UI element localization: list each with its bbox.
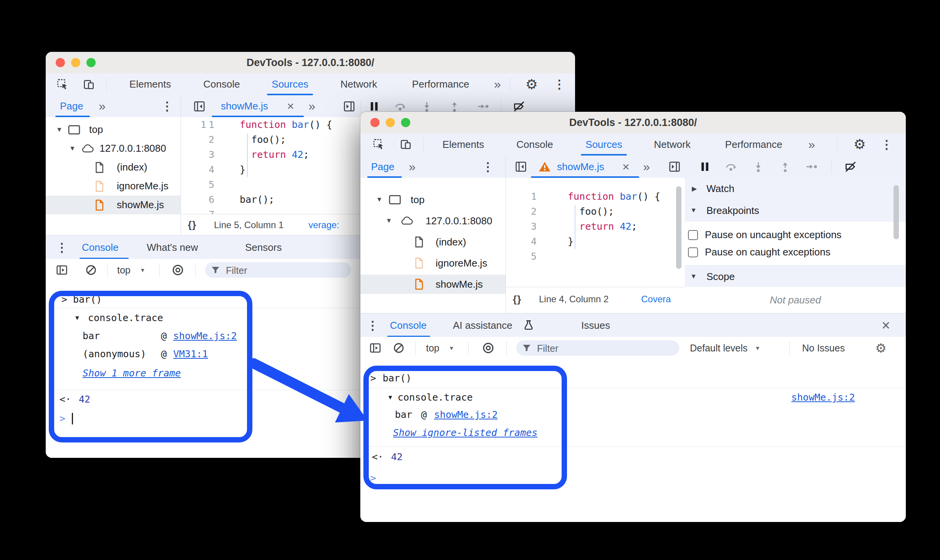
- live-expression-eye-icon[interactable]: [170, 259, 186, 281]
- kebab-menu-icon[interactable]: ⋮: [56, 235, 68, 259]
- live-expression-eye-icon[interactable]: [480, 337, 496, 359]
- clear-console-icon[interactable]: [84, 259, 98, 281]
- sidebar-tab-page[interactable]: Page: [60, 95, 83, 117]
- close-editor-tab-icon[interactable]: ×: [287, 95, 294, 117]
- close-drawer-icon[interactable]: ×: [882, 313, 890, 337]
- kebab-menu-icon[interactable]: ⋮: [554, 73, 565, 95]
- context-selector[interactable]: top: [117, 259, 131, 281]
- expand-caret-icon[interactable]: ▼: [56, 120, 63, 139]
- device-toolbar-icon[interactable]: [81, 73, 97, 95]
- watch-section-header[interactable]: ▶ Watch: [685, 178, 906, 200]
- close-window-button[interactable]: [56, 58, 65, 67]
- close-window-button[interactable]: [370, 118, 380, 127]
- coverage-link[interactable]: Covera: [641, 287, 671, 311]
- tree-item-top[interactable]: ▼ top: [360, 190, 506, 209]
- tree-item-showme-selected[interactable]: showMe.js: [360, 275, 506, 294]
- coverage-link[interactable]: verage:: [308, 214, 339, 235]
- console-settings-gear-icon[interactable]: ⚙: [875, 337, 887, 359]
- breakpoints-section-header[interactable]: ▼ Breakpoints: [685, 199, 906, 222]
- show-console-sidebar-icon[interactable]: [55, 259, 69, 281]
- kebab-menu-icon[interactable]: ⋮: [161, 95, 173, 117]
- drawer-tab-whats-new[interactable]: What's new: [147, 235, 198, 259]
- pause-uncaught-checkbox[interactable]: [688, 230, 698, 240]
- show-more-frames-link[interactable]: Show 1 more frame: [83, 364, 181, 383]
- kebab-menu-icon[interactable]: ⋮: [367, 313, 379, 337]
- inspect-element-icon[interactable]: [371, 133, 386, 156]
- default-levels-dropdown[interactable]: Default levels: [690, 337, 748, 359]
- device-toolbar-icon[interactable]: [398, 133, 414, 156]
- more-panes-icon[interactable]: »: [409, 156, 416, 178]
- minimize-window-button[interactable]: [71, 58, 80, 67]
- tab-network[interactable]: Network: [340, 73, 377, 95]
- drawer-tab-sensors[interactable]: Sensors: [245, 235, 282, 259]
- tab-console[interactable]: Console: [203, 73, 240, 95]
- stack-frame-link[interactable]: VM31:1: [173, 345, 208, 363]
- drawer-tab-console[interactable]: Console: [390, 313, 426, 337]
- more-panes-icon[interactable]: »: [99, 95, 106, 117]
- close-editor-tab-icon[interactable]: ×: [622, 156, 630, 178]
- editor-scrollbar-thumb[interactable]: [676, 186, 681, 269]
- minimize-window-button[interactable]: [386, 118, 395, 127]
- collapse-left-panel-icon[interactable]: [192, 95, 207, 117]
- tree-item-ignoreme[interactable]: ignoreMe.js: [360, 253, 506, 273]
- show-ignore-listed-link[interactable]: Show ignore-listed frames: [393, 424, 537, 442]
- tab-elements[interactable]: Elements: [129, 73, 171, 95]
- tab-sources[interactable]: Sources: [585, 133, 622, 156]
- tab-performance[interactable]: Performance: [725, 133, 783, 156]
- expand-caret-icon[interactable]: ▼: [376, 190, 383, 209]
- sidebar-scrollbar-thumb[interactable]: [894, 185, 899, 239]
- tree-item-index[interactable]: (index): [360, 232, 506, 252]
- tree-item-index[interactable]: (index): [46, 158, 181, 177]
- filter-input[interactable]: [536, 340, 675, 356]
- pause-script-icon[interactable]: [698, 156, 711, 178]
- drawer-tab-ai-assistance[interactable]: AI assistance: [453, 313, 512, 337]
- step-out-icon[interactable]: [778, 156, 793, 178]
- zoom-window-button[interactable]: [401, 118, 410, 127]
- format-braces-icon[interactable]: { }: [513, 287, 520, 311]
- pause-caught-checkbox[interactable]: [688, 247, 698, 257]
- tree-item-origin[interactable]: ▼ 127.0.0.1:8080: [46, 139, 181, 158]
- stack-frame-link[interactable]: showMe.js:2: [434, 406, 498, 424]
- trace-caret-icon[interactable]: ▼: [74, 309, 80, 327]
- editor-tab-filename[interactable]: showMe.js: [557, 156, 604, 178]
- more-tabs-icon[interactable]: »: [494, 73, 501, 95]
- filter-input[interactable]: [225, 262, 347, 278]
- clear-console-icon[interactable]: [391, 337, 406, 359]
- stack-frame-link[interactable]: showMe.js:2: [173, 327, 237, 345]
- drawer-tab-issues[interactable]: Issues: [581, 313, 610, 337]
- context-selector[interactable]: top: [426, 337, 439, 359]
- no-issues-label[interactable]: No Issues: [802, 337, 845, 359]
- trace-caret-icon[interactable]: ▼: [387, 388, 393, 407]
- tab-console[interactable]: Console: [516, 133, 553, 156]
- drawer-tab-console[interactable]: Console: [82, 235, 118, 259]
- more-tabs-icon[interactable]: »: [808, 133, 815, 156]
- tab-network[interactable]: Network: [654, 133, 690, 156]
- expand-right-panel-icon[interactable]: [342, 95, 357, 117]
- expand-caret-icon[interactable]: ▼: [69, 139, 76, 158]
- scope-section-header[interactable]: ▼ Scope: [685, 265, 906, 288]
- code-editor[interactable]: 1 2 3 4 5 function bar() { foo(); return…: [506, 178, 685, 287]
- context-dropdown-icon[interactable]: ▾: [141, 259, 144, 281]
- kebab-menu-icon[interactable]: ⋮: [881, 133, 893, 156]
- collapse-left-panel-icon[interactable]: [513, 156, 529, 178]
- tree-item-ignoreme[interactable]: ignoreMe.js: [46, 177, 181, 196]
- format-braces-icon[interactable]: { }: [188, 214, 195, 235]
- tree-item-showme-selected[interactable]: showMe.js: [46, 196, 181, 214]
- levels-dropdown-icon[interactable]: ▾: [756, 337, 759, 359]
- more-editor-tabs-icon[interactable]: »: [308, 95, 315, 117]
- zoom-window-button[interactable]: [86, 58, 96, 67]
- expand-caret-icon[interactable]: ▼: [386, 211, 392, 230]
- tab-sources[interactable]: Sources: [272, 73, 308, 95]
- step-into-icon[interactable]: [751, 156, 766, 178]
- deactivate-breakpoints-icon[interactable]: [841, 156, 860, 178]
- kebab-menu-icon[interactable]: ⋮: [482, 156, 494, 178]
- show-console-sidebar-icon[interactable]: [368, 337, 383, 359]
- tab-elements[interactable]: Elements: [443, 133, 484, 156]
- settings-gear-icon[interactable]: ⚙: [526, 73, 538, 95]
- editor-tab-filename[interactable]: showMe.js: [221, 95, 268, 117]
- tab-performance[interactable]: Performance: [412, 73, 469, 95]
- settings-gear-icon[interactable]: ⚙: [854, 133, 866, 156]
- sidebar-tab-page[interactable]: Page: [371, 156, 395, 178]
- inspect-element-icon[interactable]: [55, 73, 70, 95]
- step-over-icon[interactable]: [723, 156, 738, 178]
